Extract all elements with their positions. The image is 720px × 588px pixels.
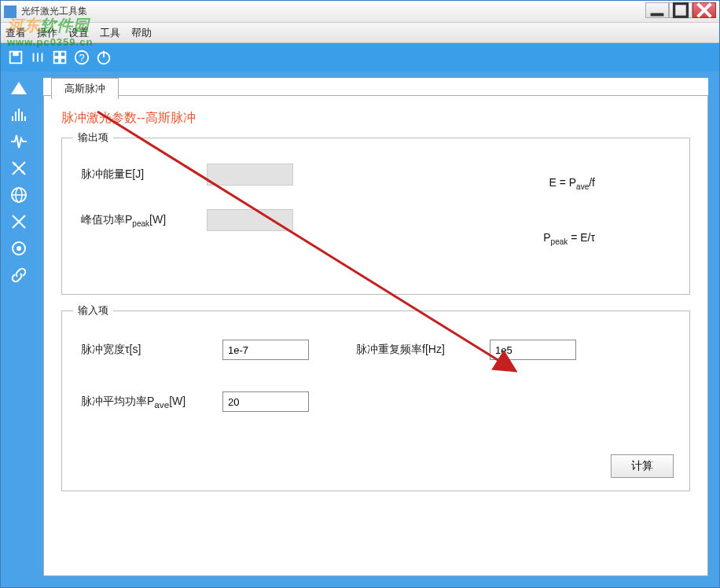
- input-fieldset: 输入项 脉冲宽度τ[s] 脉冲重复频率f[Hz]: [61, 311, 690, 491]
- svg-rect-12: [61, 58, 65, 63]
- content-area: 高斯脉冲 脉冲激光参数--高斯脉冲 输出项 脉冲能量E[J] E = Pave/…: [37, 72, 719, 587]
- tool-power-button[interactable]: [94, 47, 114, 68]
- window-title: 光纤激光工具集: [21, 5, 87, 18]
- peak-power-label: 峰值功率Ppeak[W]: [81, 213, 207, 228]
- globe-icon: [9, 186, 28, 204]
- svg-point-35: [17, 246, 21, 251]
- bars-icon: [29, 49, 46, 66]
- avg-power-input[interactable]: [222, 391, 309, 412]
- app-window: 光纤激光工具集 查看 操作 设置 工具 帮助 ?: [0, 0, 720, 588]
- svg-rect-9: [54, 52, 59, 57]
- window-controls: [645, 2, 716, 18]
- svg-line-33: [19, 222, 25, 228]
- svg-rect-11: [54, 58, 59, 63]
- body-area: 高斯脉冲 脉冲激光参数--高斯脉冲 输出项 脉冲能量E[J] E = Pave/…: [1, 72, 719, 587]
- menu-operation[interactable]: 操作: [37, 26, 57, 40]
- svg-line-30: [13, 215, 19, 222]
- rep-freq-label: 脉冲重复频率f[Hz]: [356, 343, 490, 357]
- grid-icon: [51, 49, 68, 66]
- side-globe-button[interactable]: [6, 183, 31, 207]
- menu-help[interactable]: 帮助: [131, 26, 152, 40]
- close-button[interactable]: [692, 2, 716, 18]
- formula-peak: Ppeak = E/τ: [543, 231, 595, 246]
- svg-line-32: [13, 222, 19, 228]
- app-icon: [4, 6, 17, 18]
- energy-label: 脉冲能量E[J]: [81, 167, 207, 182]
- tab-gaussian[interactable]: 高斯脉冲: [51, 78, 119, 99]
- minimize-icon: [646, 0, 668, 21]
- menu-tools[interactable]: 工具: [100, 26, 120, 40]
- svg-text:?: ?: [79, 52, 84, 64]
- link-icon: [9, 266, 28, 285]
- section-title: 脉冲激光参数--高斯脉冲: [61, 110, 690, 127]
- pulse-icon: [9, 132, 28, 151]
- pulse-width-label: 脉冲宽度τ[s]: [81, 343, 222, 357]
- tool-grid-button[interactable]: [50, 47, 70, 68]
- menu-settings[interactable]: 设置: [68, 26, 89, 40]
- pulse-width-input[interactable]: [222, 340, 309, 360]
- formula-energy: E = Pave/f: [549, 176, 595, 191]
- energy-output: [207, 164, 293, 186]
- panel-inner: 脉冲激光参数--高斯脉冲 输出项 脉冲能量E[J] E = Pave/f: [43, 95, 708, 576]
- rep-freq-input[interactable]: [490, 340, 576, 360]
- tab-panel: 高斯脉冲 脉冲激光参数--高斯脉冲 输出项 脉冲能量E[J] E = Pave/…: [43, 78, 708, 576]
- spectrum-icon: [9, 105, 28, 124]
- side-target-button[interactable]: [6, 237, 31, 260]
- output-fieldset: 输出项 脉冲能量E[J] E = Pave/f 峰值功率Ppeak[W]: [61, 138, 690, 295]
- maximize-icon: [670, 0, 692, 21]
- triangle-icon: [9, 79, 28, 97]
- svg-marker-17: [11, 82, 27, 94]
- side-pulse-button[interactable]: [6, 130, 31, 153]
- side-cross-arrows-button[interactable]: [6, 156, 31, 180]
- side-expand-button[interactable]: [6, 210, 31, 233]
- tool-bars-button[interactable]: [28, 47, 48, 68]
- side-spectrum-button[interactable]: [6, 103, 31, 127]
- output-legend: 输出项: [73, 130, 113, 145]
- tool-help-button[interactable]: ?: [72, 47, 92, 68]
- sidebar: [1, 72, 37, 587]
- target-icon: [9, 239, 28, 258]
- minimize-button[interactable]: [645, 2, 669, 18]
- help-icon: ?: [73, 49, 90, 66]
- close-icon: [693, 0, 715, 21]
- menubar: 查看 操作 设置 工具 帮助: [1, 23, 719, 43]
- cross-arrows-icon: [9, 159, 28, 178]
- tool-save-button[interactable]: [6, 47, 26, 68]
- avg-power-label: 脉冲平均功率Pave[W]: [81, 395, 222, 410]
- svg-rect-1: [674, 4, 688, 17]
- calculate-button[interactable]: 计算: [611, 454, 674, 478]
- svg-rect-10: [61, 52, 65, 57]
- svg-rect-5: [13, 52, 18, 57]
- side-link-button[interactable]: [6, 263, 31, 287]
- side-triangle-button[interactable]: [6, 76, 31, 100]
- input-legend: 输入项: [73, 303, 113, 318]
- power-icon: [95, 49, 112, 66]
- save-icon: [7, 49, 24, 66]
- maximize-button[interactable]: [669, 2, 692, 18]
- expand-icon: [9, 212, 28, 231]
- menu-view[interactable]: 查看: [6, 26, 26, 40]
- svg-line-31: [19, 215, 25, 222]
- titlebar: 光纤激光工具集: [1, 1, 719, 23]
- peak-power-output: [207, 209, 293, 231]
- toolbar: ?: [1, 43, 719, 72]
